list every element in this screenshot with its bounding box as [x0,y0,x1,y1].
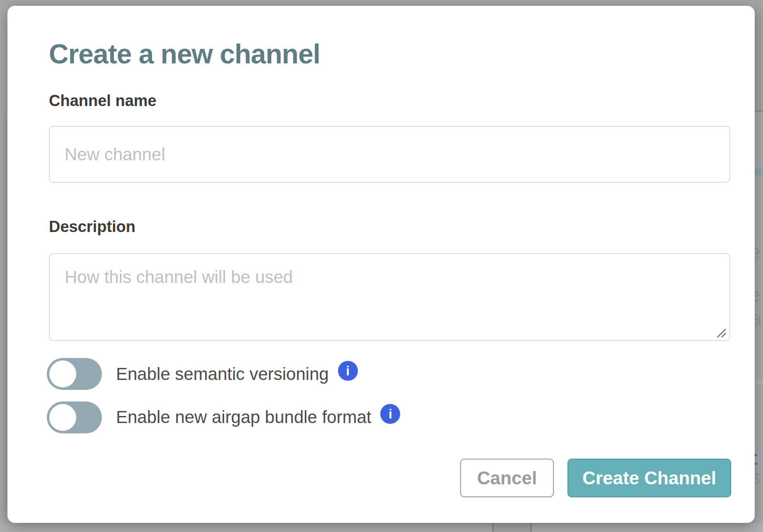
backdrop-teal-sliver [755,169,763,175]
airgap-bundle-row: Enable new airgap bundle format i [47,401,400,434]
textarea-resize-handle[interactable] [716,327,727,338]
backdrop-light-band [755,379,763,384]
channel-name-label: Channel name [49,92,157,110]
info-icon[interactable]: i [338,361,358,381]
backdrop-top-band [0,0,763,6]
airgap-bundle-toggle[interactable] [47,401,102,433]
create-channel-button[interactable]: Create Channel [567,459,731,497]
channel-name-input[interactable] [49,126,730,183]
create-channel-modal: Create a new channel Channel name Descri… [7,6,755,523]
backdrop-bottom-strip [0,523,763,532]
cancel-button[interactable]: Cancel [460,459,554,497]
backdrop-bottom-tab [492,523,532,532]
semantic-versioning-row: Enable semantic versioning i [47,358,358,390]
backdrop-divider-line [755,110,763,112]
description-label: Description [49,218,135,236]
screen: e e a it s Create a new channel Channel … [0,0,763,532]
toggle-label: Enable semantic versioning [116,364,329,384]
modal-title: Create a new channel [49,38,320,70]
backdrop-right-panel [755,0,763,110]
toggle-label: Enable new airgap bundle format [116,407,371,427]
info-icon[interactable]: i [380,404,400,424]
semantic-versioning-toggle[interactable] [47,358,102,390]
toggle-knob [49,404,76,431]
description-textarea[interactable] [49,253,730,341]
toggle-knob [49,360,76,387]
backdrop-card-edge [5,116,7,510]
